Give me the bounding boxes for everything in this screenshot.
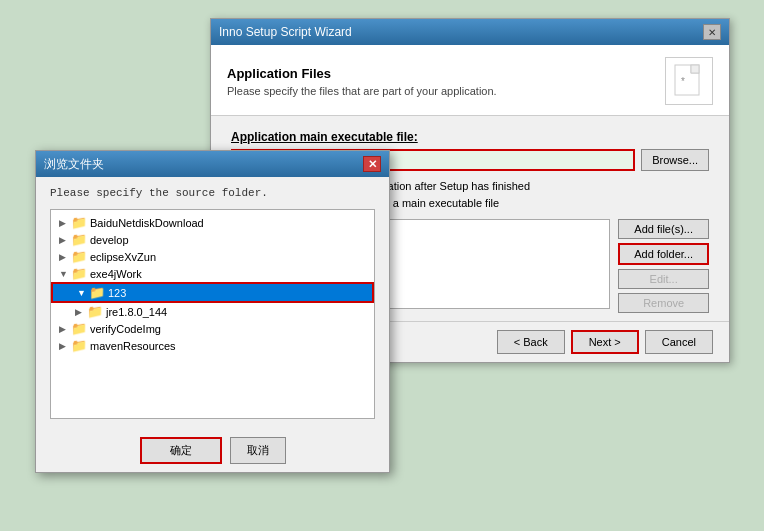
browse-close-button[interactable]: ✕ bbox=[363, 156, 381, 172]
expand-arrow: ▶ bbox=[59, 341, 71, 351]
expand-arrow: ▶ bbox=[59, 324, 71, 334]
browse-dialog: 浏览文件夹 ✕ Please specify the source folder… bbox=[35, 150, 390, 473]
wizard-header: Application Files Please specify the fil… bbox=[211, 45, 729, 116]
browse-dialog-title: 浏览文件夹 bbox=[44, 156, 104, 173]
browse-footer: 确定 取消 bbox=[36, 429, 389, 472]
tree-item-123[interactable]: ▼ 📁 123 bbox=[51, 282, 374, 303]
folder-icon: 📁 bbox=[71, 215, 87, 230]
exe-field-label: Application main executable file: bbox=[231, 130, 709, 144]
folder-icon: 📁 bbox=[71, 338, 87, 353]
folder-icon: 📁 bbox=[87, 304, 103, 319]
browse-button[interactable]: Browse... bbox=[641, 149, 709, 171]
expand-arrow: ▶ bbox=[59, 218, 71, 228]
add-files-button[interactable]: Add file(s)... bbox=[618, 219, 709, 239]
tree-label: verifyCodeImg bbox=[90, 323, 161, 335]
folder-icon: 📁 bbox=[71, 321, 87, 336]
wizard-titlebar: Inno Setup Script Wizard ✕ bbox=[211, 19, 729, 45]
cancel-button[interactable]: Cancel bbox=[645, 330, 713, 354]
browse-instruction: Please specify the source folder. bbox=[50, 187, 375, 199]
folder-icon: 📁 bbox=[71, 249, 87, 264]
tree-label: 123 bbox=[108, 287, 126, 299]
remove-button[interactable]: Remove bbox=[618, 293, 709, 313]
svg-text:*: * bbox=[681, 76, 685, 87]
tree-label: develop bbox=[90, 234, 129, 246]
header-description: Please specify the files that are part o… bbox=[227, 85, 497, 97]
expand-arrow: ▼ bbox=[77, 288, 89, 298]
wizard-title: Inno Setup Script Wizard bbox=[219, 25, 352, 39]
tree-item-verify[interactable]: ▶ 📁 verifyCodeImg bbox=[51, 320, 374, 337]
expand-arrow: ▶ bbox=[59, 252, 71, 262]
add-folder-button[interactable]: Add folder... bbox=[618, 243, 709, 265]
expand-arrow: ▶ bbox=[75, 307, 87, 317]
tree-item-develop[interactable]: ▶ 📁 develop bbox=[51, 231, 374, 248]
folder-icon: 📁 bbox=[89, 285, 105, 300]
folder-icon: 📁 bbox=[71, 232, 87, 247]
side-buttons: Add file(s)... Add folder... Edit... Rem… bbox=[618, 219, 709, 313]
edit-button[interactable]: Edit... bbox=[618, 269, 709, 289]
browse-ok-button[interactable]: 确定 bbox=[140, 437, 222, 464]
tree-label: eclipseXvZun bbox=[90, 251, 156, 263]
tree-label: exe4jWork bbox=[90, 268, 142, 280]
tree-label: jre1.8.0_144 bbox=[106, 306, 167, 318]
header-text: Application Files Please specify the fil… bbox=[227, 66, 497, 97]
header-icon: * bbox=[665, 57, 713, 105]
browse-cancel-button[interactable]: 取消 bbox=[230, 437, 286, 464]
tree-item-exe4j[interactable]: ▼ 📁 exe4jWork bbox=[51, 265, 374, 282]
expand-arrow: ▶ bbox=[59, 235, 71, 245]
titlebar-controls: ✕ bbox=[703, 24, 721, 40]
folder-icon: 📁 bbox=[71, 266, 87, 281]
tree-label: BaiduNetdiskDownload bbox=[90, 217, 204, 229]
browse-content: Please specify the source folder. ▶ 📁 Ba… bbox=[36, 177, 389, 429]
next-button[interactable]: Next > bbox=[571, 330, 639, 354]
tree-item-maven[interactable]: ▶ 📁 mavenResources bbox=[51, 337, 374, 354]
back-button[interactable]: < Back bbox=[497, 330, 565, 354]
tree-item-baidu[interactable]: ▶ 📁 BaiduNetdiskDownload bbox=[51, 214, 374, 231]
browse-titlebar: 浏览文件夹 ✕ bbox=[36, 151, 389, 177]
tree-label: mavenResources bbox=[90, 340, 176, 352]
folder-tree[interactable]: ▶ 📁 BaiduNetdiskDownload ▶ 📁 develop ▶ 📁… bbox=[50, 209, 375, 419]
header-heading: Application Files bbox=[227, 66, 497, 81]
svg-rect-2 bbox=[691, 65, 699, 73]
close-button[interactable]: ✕ bbox=[703, 24, 721, 40]
file-icon: * bbox=[673, 63, 705, 99]
tree-item-jre[interactable]: ▶ 📁 jre1.8.0_144 bbox=[51, 303, 374, 320]
expand-arrow: ▼ bbox=[59, 269, 71, 279]
tree-item-eclipse[interactable]: ▶ 📁 eclipseXvZun bbox=[51, 248, 374, 265]
